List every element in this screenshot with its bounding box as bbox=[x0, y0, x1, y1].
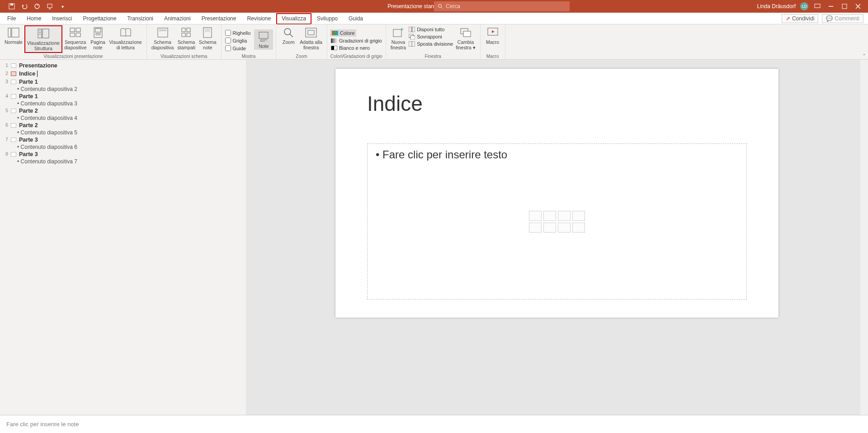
macro-icon bbox=[486, 26, 499, 39]
zoom-button[interactable]: Zoom bbox=[279, 25, 298, 46]
tab-inserisci[interactable]: Inserisci bbox=[47, 13, 77, 24]
outline-slide-thumb[interactable] bbox=[11, 138, 16, 142]
guide-checkbox[interactable]: Guide bbox=[224, 45, 252, 52]
insert-picture-icon[interactable] bbox=[529, 223, 542, 233]
share-button[interactable]: ⇗Condividi bbox=[782, 14, 818, 23]
tab-file[interactable]: File bbox=[2, 13, 21, 24]
outline-slide-item[interactable]: 8Parte 3 bbox=[4, 150, 242, 158]
outline-slide-item[interactable]: 2Indice bbox=[4, 70, 242, 78]
disponi-tutto-button[interactable]: Disponi tutto bbox=[408, 26, 454, 33]
outline-slide-thumb[interactable] bbox=[11, 71, 16, 76]
bianco-nero-button[interactable]: Bianco e nero bbox=[330, 45, 371, 51]
minimize-icon[interactable] bbox=[826, 3, 835, 10]
outline-bullet[interactable]: • Contenuto diapositiva 3 bbox=[4, 100, 242, 107]
outline-slide-thumb[interactable] bbox=[11, 94, 16, 99]
outline-slide-title[interactable]: Parte 1 bbox=[19, 79, 38, 85]
vertical-scrollbar[interactable] bbox=[860, 60, 868, 415]
nuova-finestra-button[interactable]: + Nuova finestra bbox=[389, 25, 408, 51]
insert-video-icon[interactable] bbox=[558, 223, 571, 233]
outline-slide-thumb[interactable] bbox=[11, 80, 16, 84]
outline-pane[interactable]: 1Presentazione2Indice 3Parte 1• Contenut… bbox=[0, 60, 246, 415]
visualizzazione-lettura-button[interactable]: Visualizzazione di lettura bbox=[108, 25, 144, 51]
tab-revisione[interactable]: Revisione bbox=[241, 13, 276, 24]
schema-note-button[interactable]: Schema note bbox=[197, 25, 218, 51]
undo-icon[interactable] bbox=[21, 3, 28, 10]
outline-bullet[interactable]: • Contenuto diapositiva 4 bbox=[4, 115, 242, 121]
outline-slide-item[interactable]: 5Parte 2 bbox=[4, 107, 242, 115]
ribbon-display-icon[interactable] bbox=[813, 3, 822, 10]
search-box[interactable] bbox=[434, 1, 570, 11]
outline-slide-title[interactable]: Parte 2 bbox=[19, 108, 38, 114]
svg-rect-18 bbox=[70, 28, 75, 32]
tab-transizioni[interactable]: Transizioni bbox=[122, 13, 159, 24]
outline-slide-thumb[interactable] bbox=[11, 109, 16, 113]
gradazioni-grigio-button[interactable]: Gradazioni di grigio bbox=[330, 38, 383, 44]
outline-bullet[interactable]: • Contenuto diapositiva 7 bbox=[4, 158, 242, 165]
redo-icon[interactable] bbox=[33, 3, 41, 10]
insert-chart-icon[interactable] bbox=[543, 211, 556, 221]
slideshow-icon[interactable] bbox=[46, 3, 53, 10]
visualizzazione-struttura-button[interactable]: Visualizzazione Struttura bbox=[24, 25, 62, 53]
outline-slide-item[interactable]: 1Presentazione bbox=[4, 62, 242, 70]
slide-title[interactable]: Indice bbox=[367, 91, 423, 116]
qat-customize-icon[interactable]: ▾ bbox=[59, 3, 66, 10]
tab-guida[interactable]: Guida bbox=[343, 13, 368, 24]
tab-presentazione[interactable]: Presentazione bbox=[196, 13, 242, 24]
insert-online-picture-icon[interactable] bbox=[543, 223, 556, 233]
svg-rect-17 bbox=[42, 29, 49, 38]
note-button[interactable]: Note bbox=[254, 29, 273, 50]
colore-button[interactable]: Colore bbox=[330, 29, 356, 37]
outline-slide-thumb[interactable] bbox=[11, 123, 16, 128]
insert-icon-icon[interactable] bbox=[572, 223, 585, 233]
notes-pane[interactable]: Fare clic per inserire le note bbox=[0, 415, 868, 433]
outline-slide-item[interactable]: 4Parte 1 bbox=[4, 92, 242, 100]
maximize-icon[interactable] bbox=[840, 3, 849, 10]
insert-table-icon[interactable] bbox=[529, 211, 542, 221]
tab-visualizza[interactable]: Visualizza bbox=[276, 13, 311, 24]
sposta-divisione-button[interactable]: Sposta divisione bbox=[408, 41, 454, 47]
search-input[interactable] bbox=[446, 3, 566, 10]
outline-slide-item[interactable]: 3Parte 1 bbox=[4, 78, 242, 86]
slide-canvas[interactable]: Indice • Fare clic per inserire testo bbox=[335, 69, 778, 318]
schema-stampati-button[interactable]: Schema stampati bbox=[175, 25, 197, 51]
outline-slide-title[interactable]: Parte 1 bbox=[19, 93, 38, 100]
sovrapponi-button[interactable]: Sovrapponi bbox=[408, 33, 454, 40]
outline-slide-title[interactable]: Presentazione bbox=[19, 62, 57, 69]
outline-slide-item[interactable]: 6Parte 2 bbox=[4, 121, 242, 129]
pagina-note-button[interactable]: Pagina note bbox=[89, 25, 108, 51]
save-icon[interactable] bbox=[8, 3, 15, 10]
cambia-finestra-button[interactable]: Cambia finestra ▾ bbox=[454, 25, 477, 51]
tab-home[interactable]: Home bbox=[21, 13, 47, 24]
content-placeholder[interactable]: • Fare clic per inserire testo bbox=[367, 143, 747, 300]
user-avatar[interactable]: LD bbox=[800, 2, 808, 10]
righello-checkbox[interactable]: Righello bbox=[224, 29, 252, 36]
bw-icon bbox=[331, 46, 337, 50]
tab-animazioni[interactable]: Animazioni bbox=[159, 13, 196, 24]
collapse-ribbon-icon[interactable]: ˄ bbox=[863, 53, 865, 58]
macro-button[interactable]: Macro bbox=[483, 25, 502, 46]
adatta-finestra-button[interactable]: Adatta alla finestra bbox=[298, 25, 324, 51]
outline-slide-title[interactable]: Indice bbox=[19, 71, 38, 77]
griglia-checkbox[interactable]: Griglia bbox=[224, 37, 252, 44]
placeholder-icons[interactable] bbox=[529, 211, 585, 233]
outline-bullet[interactable]: • Contenuto diapositiva 5 bbox=[4, 129, 242, 136]
outline-slide-item[interactable]: 7Parte 3 bbox=[4, 136, 242, 144]
insert-smartart-icon[interactable] bbox=[558, 211, 571, 221]
close-icon[interactable] bbox=[854, 3, 863, 10]
outline-slide-title[interactable]: Parte 3 bbox=[19, 137, 38, 143]
outline-bullet[interactable]: • Contenuto diapositiva 6 bbox=[4, 144, 242, 150]
outline-slide-thumb[interactable] bbox=[11, 152, 16, 157]
outline-slide-title[interactable]: Parte 2 bbox=[19, 122, 38, 128]
insert-3d-icon[interactable] bbox=[572, 211, 585, 221]
outline-bullet[interactable]: • Contenuto diapositiva 2 bbox=[4, 86, 242, 92]
tab-progettazione[interactable]: Progettazione bbox=[77, 13, 122, 24]
svg-rect-23 bbox=[95, 29, 101, 32]
tab-sviluppo[interactable]: Sviluppo bbox=[311, 13, 343, 24]
normale-button[interactable]: Normale bbox=[3, 25, 24, 46]
svg-rect-45 bbox=[412, 27, 415, 32]
comments-button[interactable]: 💬Commenti bbox=[822, 14, 863, 23]
schema-diapositiva-button[interactable]: Schema diapositiva bbox=[150, 25, 176, 51]
sequenza-diapositive-button[interactable]: Sequenza diapositive bbox=[62, 25, 89, 51]
outline-slide-thumb[interactable] bbox=[11, 63, 16, 68]
outline-slide-title[interactable]: Parte 3 bbox=[19, 151, 38, 157]
